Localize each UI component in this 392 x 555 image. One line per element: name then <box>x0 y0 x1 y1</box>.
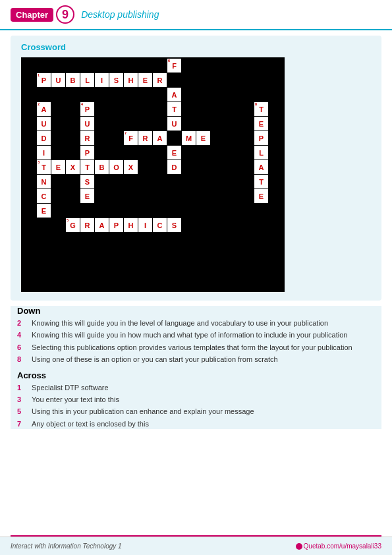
cell-r7c16: A <box>254 160 268 174</box>
cell-r6c16: L <box>254 146 268 160</box>
cell-r11c5: A <box>95 218 109 232</box>
cell-r1c3: B <box>66 73 80 87</box>
clue-across-5: 5 Using this in your publication can enh… <box>17 407 375 417</box>
clue-across-7: 7 Any object or text is enclosed by this <box>17 419 375 429</box>
chapter-label: Chapter <box>11 8 53 22</box>
clue-across-1: 1 Specialist DTP software <box>17 383 375 393</box>
cell-r11c10: S <box>167 218 181 232</box>
clue-number-a7: 7 <box>17 419 28 429</box>
clue-text-a7: Any object or text is enclosed by this <box>32 419 375 429</box>
cell-r7c6: O <box>109 160 123 174</box>
grid-container: .cw { position:absolute; width:21px; hei… <box>22 59 283 291</box>
cell-r1c5: I <box>95 73 109 87</box>
clue-number-d2: 2 <box>17 318 28 328</box>
clue-text-d2: Knowing this will guide you in the level… <box>32 318 375 328</box>
clue-text-d6: Selecting this publications option provi… <box>32 343 375 353</box>
cell-r9c16: E <box>254 189 268 203</box>
clue-down-8: 8 Using one of these is an option or you… <box>17 355 375 365</box>
clue-number-a3: 3 <box>17 395 28 405</box>
cell-r11c4: R <box>80 218 94 232</box>
chapter-title: Desktop publishing <box>81 9 159 20</box>
across-heading: Across <box>17 370 375 380</box>
cell-r1c6: S <box>109 73 123 87</box>
footer-left-text: Interact with Information Technology 1 <box>11 542 122 550</box>
clue-down-4: 4 Knowing this will guide you in how muc… <box>17 330 375 340</box>
page-header: Chapter 9 Desktop publishing <box>0 0 392 30</box>
crossword-grid: .cw { position:absolute; width:21px; hei… <box>21 57 285 292</box>
cell-r3c16: 8T <box>254 102 268 116</box>
clue-down-6: 6 Selecting this publications option pro… <box>17 343 375 353</box>
clue-number-d6: 6 <box>17 343 28 353</box>
clue-text-a1: Specialist DTP software <box>32 383 375 393</box>
page-footer: Interact with Information Technology 1 Q… <box>0 537 392 555</box>
cell-r5c1: D <box>37 131 51 145</box>
clue-number-d4: 4 <box>17 330 28 340</box>
cell-r4c16: E <box>254 117 268 131</box>
cell-r6c4: P <box>80 146 94 160</box>
cell-r6c1: I <box>37 146 51 160</box>
clues-section: Down 2 Knowing this will guide you in th… <box>11 306 381 429</box>
clue-across-3: 3 You enter your text into this <box>17 395 375 405</box>
footer-right-text: Quetab.com/u/maysalali33 <box>304 542 381 550</box>
cell-r11c8: I <box>138 218 152 232</box>
cell-r5c11: M <box>182 131 196 145</box>
clue-text-d4: Knowing this will guide you in how much … <box>32 330 375 340</box>
clue-number-d8: 8 <box>17 355 28 365</box>
cell-r3c10: T <box>167 102 181 116</box>
footer-right-area: Quetab.com/u/maysalali33 <box>294 542 381 550</box>
cell-r1c8: E <box>138 73 152 87</box>
cell-r7c10: D <box>167 160 181 174</box>
footer-dot <box>296 543 302 550</box>
cell-r1c1: 1P <box>37 73 51 87</box>
cell-r1c9: R <box>153 73 167 87</box>
cell-r9c1: C <box>37 189 51 203</box>
cell-r9c4: E <box>80 189 94 203</box>
cell-r4c1: U <box>37 117 51 131</box>
cell-r5c9: A <box>153 131 167 145</box>
cell-r7c3: X <box>66 160 80 174</box>
cell-r11c9: C <box>153 218 167 232</box>
cell-r8c1: N <box>37 175 51 189</box>
section-title: Crossword <box>21 42 371 52</box>
cell-r7c1: 3T <box>37 160 51 174</box>
cell-r4c4: U <box>80 117 94 131</box>
cell-r1c7: H <box>124 73 138 87</box>
cell-r5c8: R <box>138 131 152 145</box>
cell-r8c4: S <box>80 175 94 189</box>
cell-r7c5: B <box>95 160 109 174</box>
cell-r3c4: 4P <box>80 102 94 116</box>
crossword-section: Crossword .cw { position:absolute; width… <box>11 36 381 301</box>
cell-r4c10: U <box>167 117 181 131</box>
cell-r6c10: E <box>167 146 181 160</box>
clue-text-a5: Using this in your publication can enhan… <box>32 407 375 417</box>
cell-r8c16: T <box>254 175 268 189</box>
cell-r11c6: P <box>109 218 123 232</box>
cell-r10c1: E <box>37 204 51 218</box>
cell-r11c7: H <box>124 218 138 232</box>
cell-r7c7: X <box>124 160 138 174</box>
chapter-number: 9 <box>56 5 74 24</box>
clue-down-2: 2 Knowing this will guide you in the lev… <box>17 318 375 328</box>
clue-number-a5: 5 <box>17 407 28 417</box>
cell-r11c3: 5G <box>66 218 80 232</box>
cell-r7c2: E <box>51 160 65 174</box>
cell-r2c10: A <box>167 88 181 102</box>
cell-r1c4: L <box>80 73 94 87</box>
clue-text-a3: You enter your text into this <box>32 395 375 405</box>
cell-r0c10: 6F <box>167 59 181 73</box>
cell-r3c1: 2A <box>37 102 51 116</box>
cell-r5c7: 7F <box>124 131 138 145</box>
cell-r5c4: R <box>80 131 94 145</box>
cell-r5c16: P <box>254 131 268 145</box>
clue-number-a1: 1 <box>17 383 28 393</box>
cell-r5c12: E <box>196 131 210 145</box>
clue-text-d8: Using one of these is an option or you c… <box>32 355 375 365</box>
cell-r1c2: U <box>51 73 65 87</box>
cell-r7c4: T <box>80 160 94 174</box>
down-heading: Down <box>17 306 375 316</box>
